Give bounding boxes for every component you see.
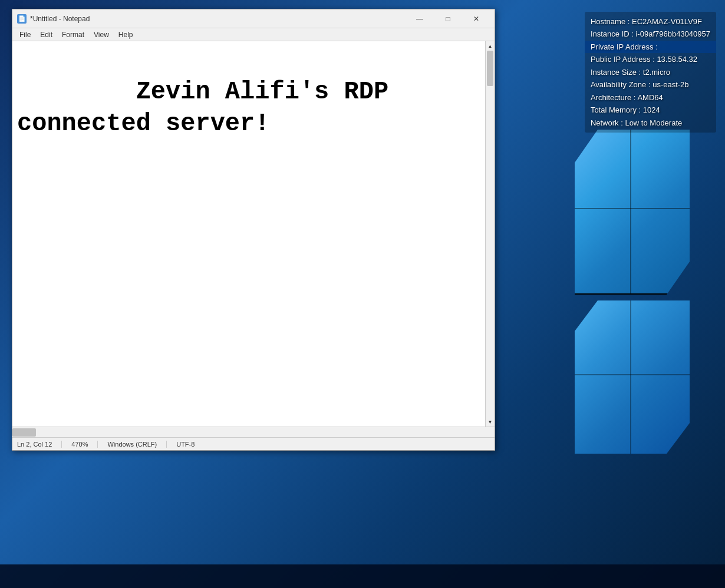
menu-edit[interactable]: Edit: [35, 29, 57, 40]
notepad-statusbar: Ln 2, Col 12 470% Windows (CRLF) UTF-8: [12, 437, 495, 450]
menu-file[interactable]: File: [15, 29, 35, 40]
availability-zone-row: Availability Zone : us-east-2b: [591, 78, 710, 91]
statusbar-position: Ln 2, Col 12: [17, 441, 62, 448]
titlebar-controls[interactable]: — □ ✕: [406, 9, 490, 28]
availability-zone-label: Availability Zone :: [591, 80, 651, 89]
menu-help[interactable]: Help: [114, 29, 138, 40]
notepad-text-content[interactable]: Zevin Alifi's RDP connected server!: [12, 41, 495, 427]
notepad-titlebar: 📄 *Untitled - Notepad — □ ✕: [12, 9, 495, 28]
menu-format[interactable]: Format: [57, 29, 89, 40]
notepad-menubar: File Edit Format View Help: [12, 28, 495, 41]
architecture-row: Architecture : AMD64: [591, 91, 710, 104]
vertical-scrollbar[interactable]: ▲ ▼: [485, 41, 495, 427]
instance-size-label: Instance Size :: [591, 68, 641, 77]
horizontal-scrollbar[interactable]: [12, 427, 495, 437]
statusbar-encoding: UTF-8: [176, 441, 204, 448]
private-ip-label: Private IP Address :: [591, 42, 658, 51]
notepad-content-area: Zevin Alifi's RDP connected server! ▲ ▼: [12, 41, 495, 437]
instance-id-label: Instance ID :: [591, 29, 634, 38]
windows-logo-bottom: [575, 300, 690, 454]
statusbar-zoom: 470%: [71, 441, 98, 448]
close-button[interactable]: ✕: [463, 9, 490, 28]
hostname-value: EC2AMAZ-V01LV9F: [632, 17, 702, 26]
hostname-label: Hostname :: [591, 17, 630, 26]
scroll-thumb-horizontal[interactable]: [12, 428, 36, 437]
windows-taskbar[interactable]: [0, 564, 725, 588]
public-ip-value: 13.58.54.32: [657, 55, 697, 64]
instance-size-row: Instance Size : t2.micro: [591, 66, 710, 78]
text-line2: connected server!: [17, 110, 269, 138]
statusbar-line-ending: Windows (CRLF): [107, 441, 167, 448]
network-label: Network :: [591, 118, 623, 127]
windows-logo-decoration: [566, 130, 690, 460]
private-ip-row: Private IP Address :: [585, 41, 716, 53]
scroll-up-arrow[interactable]: ▲: [486, 41, 495, 51]
instance-size-value: t2.micro: [643, 68, 670, 77]
windows-logo-top: [575, 130, 690, 295]
instance-id-value: i-09af796bb43040957: [635, 29, 710, 38]
scroll-thumb-vertical[interactable]: [487, 51, 493, 86]
minimize-button[interactable]: —: [406, 9, 433, 28]
scroll-track-vertical[interactable]: [486, 51, 495, 417]
notepad-text-area[interactable]: Zevin Alifi's RDP connected server! ▲ ▼: [12, 41, 495, 427]
architecture-label: Architecture :: [591, 93, 636, 102]
instance-info-panel: Hostname : EC2AMAZ-V01LV9F Instance ID :…: [585, 12, 716, 133]
menu-view[interactable]: View: [89, 29, 114, 40]
public-ip-label: Public IP Address :: [591, 55, 655, 64]
network-value: Low to Moderate: [625, 118, 682, 127]
notepad-title: *Untitled - Notepad: [30, 15, 90, 23]
public-ip-row: Public IP Address : 13.58.54.32: [591, 53, 710, 65]
total-memory-value: 1024: [643, 105, 660, 114]
text-line1: Zevin Alifi's RDP: [136, 78, 388, 106]
titlebar-left: 📄 *Untitled - Notepad: [17, 14, 90, 24]
availability-zone-value: us-east-2b: [652, 80, 688, 89]
architecture-value: AMD64: [637, 93, 663, 102]
network-row: Network : Low to Moderate: [591, 117, 710, 129]
notepad-window: 📄 *Untitled - Notepad — □ ✕ File Edit Fo…: [12, 9, 495, 451]
total-memory-label: Total Memory :: [591, 105, 641, 114]
total-memory-row: Total Memory : 1024: [591, 104, 710, 116]
scroll-track-horizontal[interactable]: [12, 427, 495, 437]
instance-id-row: Instance ID : i-09af796bb43040957: [591, 28, 710, 40]
scroll-down-arrow[interactable]: ▼: [486, 417, 495, 427]
notepad-app-icon: 📄: [17, 14, 27, 24]
hostname-row: Hostname : EC2AMAZ-V01LV9F: [591, 15, 710, 28]
maximize-button[interactable]: □: [434, 9, 462, 28]
